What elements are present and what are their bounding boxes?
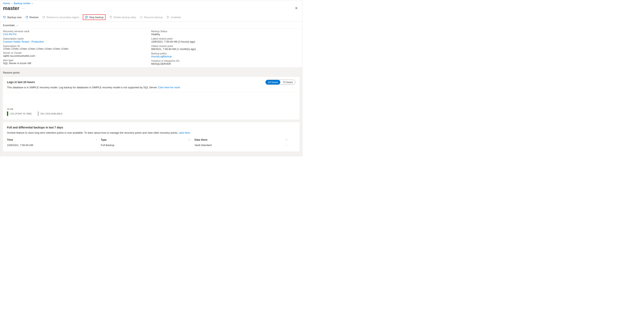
col-time-label[interactable]: Time [7, 138, 13, 141]
pill-72h[interactable]: 72 hours [280, 80, 295, 84]
legend-swatch-green [7, 111, 8, 116]
row-datastore: Vault-Standard [194, 144, 212, 147]
restore-button[interactable]: Restore [25, 16, 39, 19]
restore-secondary-label: Restore to secondary region [46, 16, 79, 19]
row-time: 10/8/2021, 7:00:40 AM [7, 144, 33, 147]
subscription-name-label: Subscription name [3, 37, 151, 40]
delete-backup-button: Delete backup data [109, 16, 136, 19]
resume-backup-label: Resume backup [144, 16, 162, 19]
item-type-value: SQL Server in Azure VM [3, 62, 151, 65]
essentials-toggle[interactable]: Essentials ︿ [0, 22, 302, 29]
backup-now-button[interactable]: Backup now [3, 16, 22, 19]
restore-points-header: Restore points [0, 68, 302, 77]
restore-icon [25, 16, 28, 19]
sort-icon[interactable]: ↓ [96, 138, 97, 141]
stop-icon [85, 16, 88, 19]
trash-icon [109, 16, 112, 19]
restore-secondary-icon [42, 16, 45, 19]
backups-link[interactable]: click here. [179, 131, 191, 134]
more-icon[interactable]: ··· [22, 7, 25, 10]
breadcrumb-backup-center[interactable]: Backup center [14, 2, 30, 5]
subscription-id-value: 123abc-123abc-123abc-123abc-123abc-123ab… [3, 48, 151, 50]
rsv-label: Recovery services vault [3, 30, 151, 33]
restore-secondary-button: Restore to secondary region [42, 16, 79, 19]
breadcrumb: Home › Backup center › [0, 0, 302, 5]
legend-swatch-gray [38, 111, 39, 116]
instance-label: Instance or AlwaysOn AG [151, 60, 300, 62]
chevron-right-icon: › [11, 2, 12, 5]
legend-nolog: NO LOGS AVAILABLE [38, 111, 62, 116]
page-title: master [3, 6, 19, 11]
logs-desc: This database is in SIMPLE recovery mode… [7, 86, 158, 89]
row-more-icon[interactable]: ··· [285, 144, 288, 147]
row-type: Full Backup [101, 144, 114, 147]
resume-backup-button: Resume backup [140, 16, 162, 19]
instance-value: MSSQLSERVER [151, 62, 300, 65]
stop-backup-button[interactable]: Stop backup [83, 14, 106, 20]
table-row[interactable]: 10/8/2021, 7:00:40 AM Full Backup Vault-… [7, 142, 296, 148]
subscription-id-label: Subscription ID [3, 45, 151, 48]
breadcrumb-home[interactable]: Home [3, 2, 10, 5]
backup-icon [3, 16, 6, 19]
svg-line-1 [86, 16, 87, 18]
subscription-name-link[interactable]: Contoso Hotels Tenant - Production [3, 40, 44, 43]
backup-status-value: Healthy [151, 33, 300, 36]
legend-log-label: LOG (POINT IN TIME) [10, 112, 32, 115]
col-type-label[interactable]: Type [101, 138, 106, 141]
logs-more-link[interactable]: Click here for more [158, 86, 180, 89]
backup-now-label: Backup now [8, 16, 22, 19]
backup-policy-label: Backup policy [151, 52, 300, 55]
item-type-label: Item type [3, 59, 151, 62]
chevron-up-icon: ︿ [16, 23, 19, 27]
command-bar: Backup now Restore Restore to secondary … [0, 13, 302, 22]
backups-desc: Archive feature to store long term reten… [7, 131, 179, 134]
backups-card: Full and differential backups in last 7 … [3, 122, 300, 151]
time-range-toggle: 24 hours 72 hours [265, 80, 296, 85]
latest-rp-value: 10/8/2021, 7:00:40 AM (3 hour(s) ago) [151, 40, 300, 43]
undelete-button: Undelete [166, 16, 181, 19]
backup-policy-link[interactable]: HourlyLogBackup [151, 55, 172, 58]
sort-icon[interactable]: ↑↓ [285, 138, 288, 141]
server-value: sql00.na.contosohotels.com [3, 54, 151, 57]
essentials-panel: Recovery services vault CH1-RV-Pri Subsc… [0, 29, 302, 68]
undelete-label: Undelete [170, 16, 181, 19]
legend-log: LOG (POINT IN TIME) [7, 111, 32, 116]
backups-table-header: Time ↓ Type ↑↓ Data Store ↑↓ [7, 137, 296, 142]
chevron-right-icon: › [32, 2, 33, 5]
backups-title: Full and differential backups in last 7 … [7, 126, 296, 129]
logs-timeline: 30 AM [7, 92, 296, 110]
legend-nolog-label: NO LOGS AVAILABLE [40, 112, 62, 115]
server-label: Server or Cluster [3, 52, 151, 54]
backup-status-label: Backup Status [151, 30, 300, 33]
sort-icon[interactable]: ↑↓ [188, 138, 190, 141]
restore-label: Restore [30, 16, 39, 19]
essentials-label: Essentials [3, 24, 15, 27]
stop-backup-label: Stop backup [89, 16, 104, 19]
col-datastore-label[interactable]: Data Store [194, 138, 208, 141]
timeline-tick: 30 AM [7, 108, 13, 110]
undelete-icon [166, 16, 170, 19]
logs-title: Logs in last 24 hours [7, 81, 296, 84]
logs-card: 24 hours 72 hours Logs in last 24 hours … [3, 77, 300, 119]
pill-24h[interactable]: 24 hours [266, 80, 280, 84]
resume-icon [140, 16, 143, 19]
oldest-rp-value: 9/8/2021, 7:00:40 AM (1 month(s) ago) [151, 48, 300, 51]
close-icon[interactable]: ✕ [293, 5, 300, 11]
rsv-link[interactable]: CH1-RV-Pri [3, 33, 16, 36]
oldest-rp-label: Oldest restore point [151, 45, 300, 48]
delete-backup-label: Delete backup data [114, 16, 136, 19]
latest-rp-label: Latest restore point [151, 37, 300, 40]
